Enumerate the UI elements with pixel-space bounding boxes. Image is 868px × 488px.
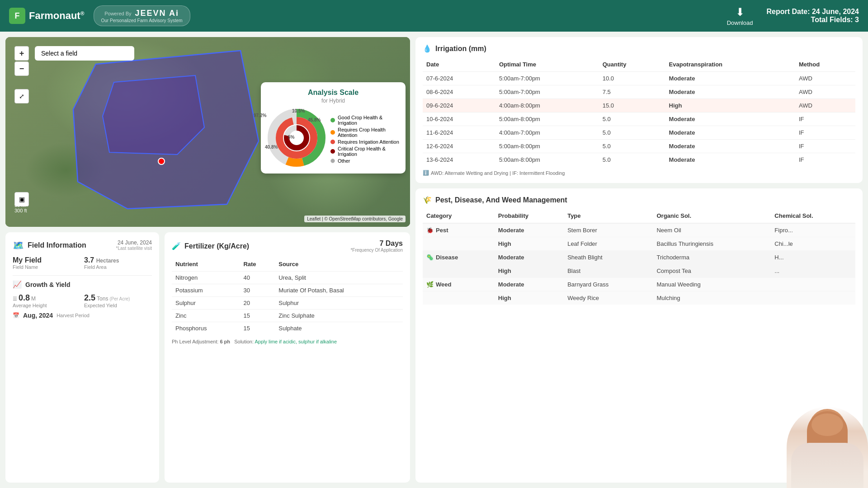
svg-marker-1: [103, 75, 204, 155]
pest-table: Category Probability Type Organic Sol. C…: [423, 211, 855, 305]
download-label: Download: [727, 19, 753, 26]
table-row: 13-6-2024 5:00am-8:00pm 5.0 Moderate IF: [423, 153, 855, 167]
height-value: 0.8: [19, 293, 30, 303]
left-column: + − ⤢ ▣ 50 m 300 ft Select a field Leafl…: [5, 37, 410, 483]
irr-time: 5:00am-8:00pm: [495, 153, 599, 167]
right-column: 💧 Irrigation (mm) Date Optimal Time Quan…: [415, 37, 863, 483]
legend-label-irrigation: Requires Irrigation Attention: [338, 139, 399, 145]
irr-qty: 15.0: [599, 99, 665, 113]
legend-item-other: Other: [330, 158, 399, 164]
irr-time: 5:00am-7:00pm: [495, 72, 599, 85]
irr-et: Moderate: [665, 72, 795, 85]
legend-item-irrigation: Requires Irrigation Attention: [330, 139, 399, 145]
prob-cell: High: [495, 237, 564, 251]
irr-et: Moderate: [665, 113, 795, 126]
nutrient-cell: Phosphorus: [172, 322, 240, 335]
main-layout: + − ⤢ ▣ 50 m 300 ft Select a field Leafl…: [0, 32, 868, 488]
ph-label: Ph Level Adjustment:: [172, 339, 218, 344]
irrigation-footer-text: AWD: Alternate Wetting and Drying | IF: …: [431, 170, 565, 176]
growth-grid: ☰ 0.8 M Average Height 2.5 Tons (Per Acr…: [13, 293, 152, 308]
report-date: Report Date: 24 June, 2024: [766, 8, 859, 16]
irrigation-card: 💧 Irrigation (mm) Date Optimal Time Quan…: [415, 37, 863, 183]
height-label: Average Height: [13, 303, 80, 308]
pct-label-5: 40.8%: [265, 145, 278, 150]
rate-cell: 15: [240, 310, 275, 322]
pest-header: 🌾 Pest, Disease, And Weed Management: [423, 196, 855, 204]
zoom-out-button[interactable]: −: [14, 61, 29, 76]
height-icon: ☰: [13, 296, 17, 302]
field-area-item: 3.7 Hectares Field Area: [84, 256, 152, 270]
map-attribution: Leaflet | © OpenStreetMap contributors, …: [304, 216, 406, 222]
irr-method: AWD: [795, 85, 855, 99]
yield-item: 2.5 Tons (Per Acre) Expected Yield: [84, 293, 152, 308]
analysis-scale-popup: Analysis Scale for Hybrid: [261, 82, 406, 174]
zoom-in-button[interactable]: +: [14, 46, 29, 61]
irr-method: IF: [795, 153, 855, 167]
logo-text: Farmonaut®: [29, 10, 85, 22]
growth-icon: 📈: [13, 280, 22, 289]
irr-time: 5:00am-8:00pm: [495, 140, 599, 153]
field-select-input[interactable]: Select a field: [35, 46, 134, 61]
chemical-cell: Fipro...: [771, 223, 855, 237]
field-info-icon: 🗺️: [13, 240, 24, 251]
irrigation-title: Irrigation (mm): [435, 45, 855, 53]
fullscreen-button[interactable]: ⤢: [14, 89, 29, 103]
map-scale: 50 m 300 ft: [14, 202, 27, 213]
analysis-title: Analysis Scale: [267, 89, 399, 97]
field-area-label: Field Area: [84, 264, 152, 270]
jeevn-subtitle: Our Personalized Farm Advisory System: [101, 18, 183, 23]
chemical-cell: [771, 291, 855, 305]
irr-col-time: Optimal Time: [495, 59, 599, 72]
map-zoom-controls: + −: [14, 46, 29, 76]
download-button[interactable]: ⬇ Download: [727, 6, 753, 26]
fertilizer-table: Nutrient Rate Source Nitrogen 40 Urea, S…: [172, 259, 403, 334]
irr-method: IF: [795, 126, 855, 140]
fertilizer-icon: 🧪: [172, 242, 181, 250]
table-row: High Blast Compost Tea ...: [423, 264, 855, 278]
pest-col-organic: Organic Sol.: [653, 211, 771, 223]
irrigation-table: Date Optimal Time Quantity Evapotranspir…: [423, 59, 855, 166]
height-item: ☰ 0.8 M Average Height: [13, 293, 80, 308]
irr-time: 4:00am-8:00pm: [495, 99, 599, 113]
irrigation-icon: 💧: [423, 44, 432, 53]
irr-date: 07-6-2024: [423, 72, 495, 85]
info-icon: ℹ️: [423, 170, 429, 176]
legend-label-good: Good Crop Health & Irrigation: [338, 115, 399, 126]
field-info-header: 🗺️ Field Information 24 June, 2024 *Last…: [13, 239, 152, 251]
irr-et: High: [665, 99, 795, 113]
prob-cell: Moderate: [495, 251, 564, 264]
table-row: 🐞 Pest Moderate Stem Borer Neem Oil Fipr…: [423, 223, 855, 237]
field-selector[interactable]: Select a field: [35, 46, 134, 61]
irr-col-et: Evapotranspiration: [665, 59, 795, 72]
organic-cell: Compost Tea: [653, 264, 771, 278]
table-row: 10-6-2024 5:00am-8:00pm 5.0 Moderate IF: [423, 113, 855, 126]
source-cell: Zinc Sulphate: [275, 310, 403, 322]
logo-icon: F: [9, 8, 25, 24]
field-name-label: Field Name: [13, 264, 80, 270]
irr-qty: 5.0: [599, 153, 665, 167]
irr-date: 08-6-2024: [423, 85, 495, 99]
fertilizer-days-value: 7 Days: [350, 239, 403, 248]
irr-date: 09-6-2024: [423, 99, 495, 113]
irrigation-header: 💧 Irrigation (mm): [423, 44, 855, 53]
type-cell: Stem Borer: [564, 223, 653, 237]
total-fields: Total Fields: 3: [766, 16, 859, 24]
table-row: Zinc 15 Zinc Sulphate: [172, 310, 403, 322]
header: F Farmonaut® Powered By JEEVN Ai Our Per…: [0, 0, 868, 32]
col-rate: Rate: [240, 259, 275, 272]
table-row: 11-6-2024 4:00am-7:00pm 5.0 Moderate IF: [423, 126, 855, 140]
field-name-item: My Field Field Name: [13, 256, 80, 270]
irr-method: IF: [795, 140, 855, 153]
pest-col-category: Category: [423, 211, 495, 223]
harvest-row: 📅 Aug, 2024 Harvest Period: [13, 312, 152, 319]
irr-date: 11-6-2024: [423, 126, 495, 140]
irr-et: Moderate: [665, 85, 795, 99]
download-icon: ⬇: [736, 6, 745, 19]
table-row: 🦠 Disease Moderate Sheath Blight Trichod…: [423, 251, 855, 264]
pct-label-4: 5%: [288, 135, 294, 140]
analysis-legend: Good Crop Health & Irrigation Requires C…: [330, 115, 399, 165]
irr-qty: 5.0: [599, 113, 665, 126]
analysis-subtitle: for Hybrid: [267, 98, 399, 104]
irrigation-footer: ℹ️ AWD: Alternate Wetting and Drying | I…: [423, 170, 855, 176]
chemical-cell: [771, 278, 855, 291]
